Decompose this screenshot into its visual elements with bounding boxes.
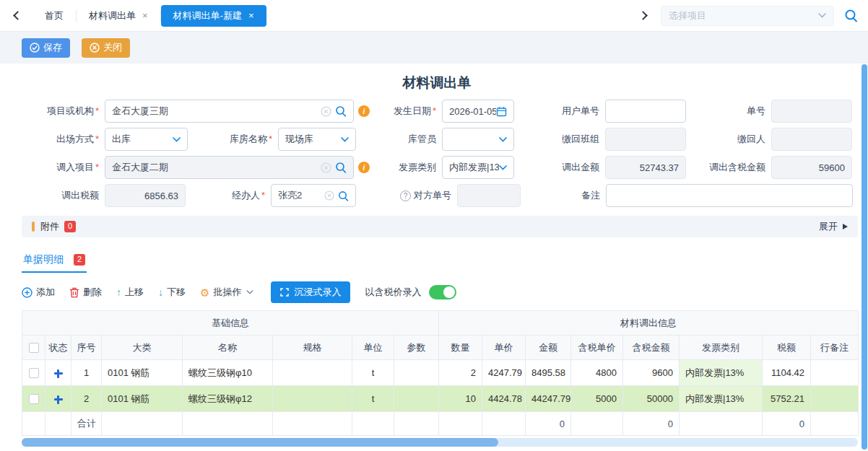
tab-close-icon[interactable]: × <box>248 10 254 21</box>
tab-material-out[interactable]: 材料调出单 × <box>77 5 160 27</box>
cell-qty[interactable]: 2 <box>439 360 482 386</box>
operator-field[interactable]: 张亮2 <box>271 184 356 207</box>
close-button[interactable]: 关闭 <box>82 38 130 58</box>
row-add-icon[interactable] <box>54 395 63 404</box>
cell-tax-price[interactable]: 5000 <box>571 386 623 412</box>
cell-tax-price[interactable]: 4800 <box>571 360 623 386</box>
project-select[interactable]: 选择项目 <box>661 6 834 26</box>
form-row-4: 调出税额 6856.63 经办人* 张亮2 ? 对方单号 备注 <box>22 184 859 207</box>
cell-name[interactable]: 螺纹三级钢φ12 <box>183 386 273 412</box>
form-row-2: 出场方式* 出库 库房名称* 现场库 库管员 缴回班组 缴回人 <box>22 128 859 151</box>
doc-no-field <box>771 100 852 123</box>
attachments-bar[interactable]: 附件 0 展开 <box>22 216 858 237</box>
other-no-label: ? 对方单号 <box>356 189 457 202</box>
immersive-entry-button[interactable]: 沉浸式录入 <box>271 281 350 303</box>
cell-line-remark[interactable] <box>811 386 859 412</box>
detail-tab-row: 单据明细 2 <box>22 253 859 273</box>
keeper-select[interactable] <box>442 128 514 151</box>
total-tax: 0 <box>763 412 811 436</box>
cell-line-remark[interactable] <box>811 360 859 386</box>
tax-entry-toggle[interactable] <box>429 285 456 299</box>
cell-amount[interactable]: 44247.79 <box>526 386 571 412</box>
out-method-value: 出库 <box>112 133 173 146</box>
cell-param[interactable] <box>394 360 439 386</box>
chevron-down-icon <box>818 13 826 18</box>
total-label: 合计 <box>71 412 102 436</box>
cell-unit[interactable]: t <box>352 386 394 412</box>
project-org-field[interactable]: 金石大厦三期 <box>105 100 354 123</box>
table-row-2-selected[interactable]: 2 0101 钢筋 螺纹三级钢φ12 t 10 4424.78 44247.79… <box>22 386 859 412</box>
user-no-field[interactable] <box>605 100 686 123</box>
col-header-price: 单价 <box>482 336 526 360</box>
cell-tax[interactable]: 5752.21 <box>763 386 811 412</box>
cell-category[interactable]: 0101 钢筋 <box>102 386 183 412</box>
row-checkbox[interactable] <box>29 368 39 378</box>
doc-no-label: 单号 <box>686 106 771 117</box>
remark-field[interactable] <box>606 184 853 207</box>
cell-seq: 1 <box>71 360 102 386</box>
horizontal-scrollbar[interactable] <box>22 438 858 447</box>
clear-icon[interactable] <box>324 191 334 201</box>
expand-button[interactable]: 展开 <box>819 220 848 233</box>
total-amount: 0 <box>526 412 571 436</box>
select-all-checkbox[interactable] <box>29 343 39 353</box>
clear-icon[interactable] <box>321 106 331 117</box>
cell-invoice[interactable]: 内部发票|13% <box>680 360 763 386</box>
tab-detail-lines[interactable]: 单据明细 2 <box>22 253 87 273</box>
invoice-type-select[interactable]: 内部发票|13% <box>442 156 514 179</box>
occur-date-label: 发生日期* <box>383 106 442 117</box>
save-button[interactable]: 保存 <box>22 38 70 58</box>
cell-amount[interactable]: 8495.58 <box>526 360 571 386</box>
col-header-line-remark: 行备注 <box>811 336 859 360</box>
info-icon[interactable]: i <box>358 105 370 117</box>
horizontal-scrollbar-thumb[interactable] <box>22 438 498 447</box>
tab-close-icon[interactable]: × <box>142 10 148 21</box>
cell-unit[interactable]: t <box>352 360 394 386</box>
search-icon[interactable] <box>335 162 347 173</box>
global-search-icon[interactable] <box>844 9 858 22</box>
cell-tax-amount[interactable]: 50000 <box>623 386 680 412</box>
cell-invoice[interactable]: 内部发票|13% <box>680 386 763 412</box>
occur-date-field[interactable]: 2026-01-05 <box>442 100 514 123</box>
batch-operations-button[interactable]: ⚙ 批操作 <box>200 286 253 299</box>
cell-category[interactable]: 0101 钢筋 <box>102 360 183 386</box>
vertical-scrollbar-thumb[interactable] <box>862 64 867 450</box>
cell-param[interactable] <box>394 386 439 412</box>
warehouse-select[interactable]: 现场库 <box>278 128 356 151</box>
row-checkbox[interactable] <box>29 394 39 404</box>
occur-date-value: 2026-01-05 <box>449 106 496 117</box>
search-icon[interactable] <box>338 191 349 201</box>
cell-price[interactable]: 4424.78 <box>482 386 526 412</box>
out-method-select[interactable]: 出库 <box>105 128 188 151</box>
move-down-button[interactable]: ↓ 下移 <box>158 286 186 299</box>
tabs-back-icon[interactable] <box>13 11 22 20</box>
cell-seq: 2 <box>71 386 102 412</box>
table-row-1[interactable]: 1 0101 钢筋 螺纹三级钢φ10 t 2 4247.79 8495.58 4… <box>22 360 859 386</box>
info-icon[interactable]: i <box>358 162 370 173</box>
calendar-icon[interactable] <box>496 106 507 117</box>
out-method-label: 出场方式* <box>22 134 105 145</box>
row-add-icon[interactable] <box>54 369 63 378</box>
cell-qty[interactable]: 10 <box>439 386 482 412</box>
tabs-forward-icon[interactable] <box>638 11 648 20</box>
question-icon[interactable]: ? <box>400 191 411 201</box>
cell-spec[interactable] <box>273 386 352 412</box>
cell-spec[interactable] <box>273 360 352 386</box>
cell-tax[interactable]: 1104.42 <box>763 360 811 386</box>
tab-home[interactable]: 首页 <box>32 5 76 27</box>
in-project-field[interactable]: 金石大厦二期 <box>105 156 354 179</box>
project-org-label: 项目或机构* <box>22 106 105 117</box>
chevron-down-icon <box>173 137 181 142</box>
cell-price[interactable]: 4247.79 <box>482 360 526 386</box>
cell-tax-amount[interactable]: 9600 <box>623 360 680 386</box>
clear-icon[interactable] <box>321 162 331 173</box>
move-up-button[interactable]: ↑ 上移 <box>116 286 144 299</box>
col-header-tax-price: 含税单价 <box>571 336 623 360</box>
search-icon[interactable] <box>335 105 347 117</box>
delete-row-button[interactable]: 删除 <box>69 286 102 299</box>
tab-label: 材料调出单-新建 <box>173 9 242 22</box>
col-header-category: 大类 <box>102 336 183 360</box>
add-row-button[interactable]: 添加 <box>22 286 55 299</box>
cell-name[interactable]: 螺纹三级钢φ10 <box>183 360 273 386</box>
tab-material-out-new-active[interactable]: 材料调出单-新建 × <box>161 5 266 27</box>
